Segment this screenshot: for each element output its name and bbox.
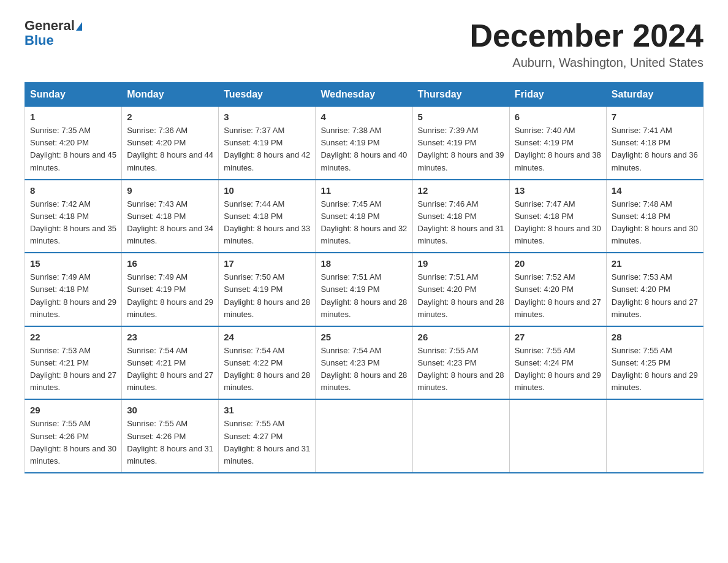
location-subtitle: Auburn, Washington, United States: [469, 56, 703, 70]
column-header-saturday: Saturday: [606, 83, 703, 107]
calendar-week-row: 1Sunrise: 7:35 AMSunset: 4:20 PMDaylight…: [25, 107, 703, 180]
day-number: 9: [127, 185, 213, 196]
calendar-week-row: 29Sunrise: 7:55 AMSunset: 4:26 PMDayligh…: [25, 399, 703, 473]
calendar-day-cell: 25Sunrise: 7:54 AMSunset: 4:23 PMDayligh…: [316, 326, 412, 400]
calendar-day-cell: 19Sunrise: 7:51 AMSunset: 4:20 PMDayligh…: [412, 253, 509, 326]
day-info: Sunrise: 7:53 AMSunset: 4:21 PMDaylight:…: [30, 345, 116, 394]
calendar-day-cell: 30Sunrise: 7:55 AMSunset: 4:26 PMDayligh…: [122, 399, 219, 473]
calendar-day-cell: 9Sunrise: 7:43 AMSunset: 4:18 PMDaylight…: [122, 180, 219, 253]
day-info: Sunrise: 7:43 AMSunset: 4:18 PMDaylight:…: [127, 198, 213, 248]
day-info: Sunrise: 7:54 AMSunset: 4:23 PMDaylight:…: [320, 345, 407, 394]
day-info: Sunrise: 7:55 AMSunset: 4:23 PMDaylight:…: [418, 345, 504, 394]
calendar-day-cell: 2Sunrise: 7:36 AMSunset: 4:20 PMDaylight…: [122, 107, 219, 180]
calendar-day-cell: 3Sunrise: 7:37 AMSunset: 4:19 PMDaylight…: [219, 107, 316, 180]
day-info: Sunrise: 7:41 AMSunset: 4:18 PMDaylight:…: [612, 124, 698, 174]
day-number: 26: [418, 332, 504, 342]
day-number: 15: [30, 258, 116, 269]
day-info: Sunrise: 7:55 AMSunset: 4:25 PMDaylight:…: [612, 345, 698, 394]
calendar-day-cell: 27Sunrise: 7:55 AMSunset: 4:24 PMDayligh…: [509, 326, 606, 400]
day-number: 1: [30, 112, 116, 122]
day-number: 29: [30, 405, 116, 415]
month-title: December 2024: [469, 18, 703, 53]
calendar-day-cell: 12Sunrise: 7:46 AMSunset: 4:18 PMDayligh…: [412, 180, 509, 253]
day-info: Sunrise: 7:51 AMSunset: 4:19 PMDaylight:…: [320, 271, 407, 321]
day-info: Sunrise: 7:36 AMSunset: 4:20 PMDaylight:…: [127, 124, 213, 174]
column-header-monday: Monday: [122, 83, 219, 107]
calendar-day-cell: 20Sunrise: 7:52 AMSunset: 4:20 PMDayligh…: [509, 253, 606, 326]
calendar-day-cell: 23Sunrise: 7:54 AMSunset: 4:21 PMDayligh…: [122, 326, 219, 400]
day-info: Sunrise: 7:49 AMSunset: 4:19 PMDaylight:…: [127, 271, 213, 321]
day-info: Sunrise: 7:46 AMSunset: 4:18 PMDaylight:…: [418, 198, 504, 248]
logo: General Blue: [25, 18, 82, 48]
day-number: 12: [418, 185, 504, 196]
day-info: Sunrise: 7:48 AMSunset: 4:18 PMDaylight:…: [612, 198, 698, 248]
day-number: 4: [320, 112, 407, 122]
calendar-day-cell: 16Sunrise: 7:49 AMSunset: 4:19 PMDayligh…: [122, 253, 219, 326]
day-number: 13: [515, 185, 601, 196]
day-number: 30: [127, 405, 213, 415]
day-number: 21: [612, 258, 698, 269]
day-info: Sunrise: 7:54 AMSunset: 4:21 PMDaylight:…: [127, 345, 213, 394]
page-header: General Blue December 2024 Auburn, Washi…: [25, 18, 703, 70]
day-number: 11: [320, 185, 407, 196]
day-info: Sunrise: 7:51 AMSunset: 4:20 PMDaylight:…: [418, 271, 504, 321]
column-header-sunday: Sunday: [25, 83, 122, 107]
day-info: Sunrise: 7:50 AMSunset: 4:19 PMDaylight:…: [224, 271, 310, 321]
day-info: Sunrise: 7:42 AMSunset: 4:18 PMDaylight:…: [30, 198, 116, 248]
logo-triangle-icon: [76, 22, 82, 31]
day-info: Sunrise: 7:52 AMSunset: 4:20 PMDaylight:…: [515, 271, 601, 321]
day-info: Sunrise: 7:45 AMSunset: 4:18 PMDaylight:…: [320, 198, 407, 248]
calendar-day-cell: 21Sunrise: 7:53 AMSunset: 4:20 PMDayligh…: [606, 253, 703, 326]
calendar-header-row: SundayMondayTuesdayWednesdayThursdayFrid…: [25, 83, 703, 107]
day-info: Sunrise: 7:38 AMSunset: 4:19 PMDaylight:…: [320, 124, 407, 174]
calendar-empty-cell: [606, 399, 703, 473]
calendar-day-cell: 26Sunrise: 7:55 AMSunset: 4:23 PMDayligh…: [412, 326, 509, 400]
calendar-day-cell: 29Sunrise: 7:55 AMSunset: 4:26 PMDayligh…: [25, 399, 122, 473]
day-number: 27: [515, 332, 601, 342]
day-number: 16: [127, 258, 213, 269]
title-block: December 2024 Auburn, Washington, United…: [469, 18, 703, 70]
day-info: Sunrise: 7:35 AMSunset: 4:20 PMDaylight:…: [30, 124, 116, 174]
day-number: 8: [30, 185, 116, 196]
calendar-day-cell: 22Sunrise: 7:53 AMSunset: 4:21 PMDayligh…: [25, 326, 122, 400]
calendar-day-cell: 8Sunrise: 7:42 AMSunset: 4:18 PMDaylight…: [25, 180, 122, 253]
calendar-day-cell: 24Sunrise: 7:54 AMSunset: 4:22 PMDayligh…: [219, 326, 316, 400]
logo-general-text: General: [25, 18, 75, 33]
day-number: 6: [515, 112, 601, 122]
day-info: Sunrise: 7:53 AMSunset: 4:20 PMDaylight:…: [612, 271, 698, 321]
day-info: Sunrise: 7:37 AMSunset: 4:19 PMDaylight:…: [224, 124, 310, 174]
day-number: 24: [224, 332, 310, 342]
day-info: Sunrise: 7:39 AMSunset: 4:19 PMDaylight:…: [418, 124, 504, 174]
calendar-week-row: 22Sunrise: 7:53 AMSunset: 4:21 PMDayligh…: [25, 326, 703, 400]
column-header-wednesday: Wednesday: [316, 83, 412, 107]
day-number: 20: [515, 258, 601, 269]
day-number: 18: [320, 258, 407, 269]
day-number: 2: [127, 112, 213, 122]
day-info: Sunrise: 7:55 AMSunset: 4:24 PMDaylight:…: [515, 345, 601, 394]
day-info: Sunrise: 7:54 AMSunset: 4:22 PMDaylight:…: [224, 345, 310, 394]
calendar-week-row: 8Sunrise: 7:42 AMSunset: 4:18 PMDaylight…: [25, 180, 703, 253]
day-info: Sunrise: 7:44 AMSunset: 4:18 PMDaylight:…: [224, 198, 310, 248]
column-header-thursday: Thursday: [412, 83, 509, 107]
day-number: 5: [418, 112, 504, 122]
day-info: Sunrise: 7:55 AMSunset: 4:26 PMDaylight:…: [30, 418, 116, 467]
day-number: 14: [612, 185, 698, 196]
day-info: Sunrise: 7:55 AMSunset: 4:27 PMDaylight:…: [224, 418, 310, 467]
day-number: 31: [224, 405, 310, 415]
calendar-day-cell: 1Sunrise: 7:35 AMSunset: 4:20 PMDaylight…: [25, 107, 122, 180]
day-number: 3: [224, 112, 310, 122]
calendar-day-cell: 4Sunrise: 7:38 AMSunset: 4:19 PMDaylight…: [316, 107, 412, 180]
day-number: 28: [612, 332, 698, 342]
calendar-day-cell: 28Sunrise: 7:55 AMSunset: 4:25 PMDayligh…: [606, 326, 703, 400]
calendar-day-cell: 31Sunrise: 7:55 AMSunset: 4:27 PMDayligh…: [219, 399, 316, 473]
day-number: 10: [224, 185, 310, 196]
day-info: Sunrise: 7:55 AMSunset: 4:26 PMDaylight:…: [127, 418, 213, 467]
calendar-table: SundayMondayTuesdayWednesdayThursdayFrid…: [25, 82, 703, 473]
column-header-tuesday: Tuesday: [219, 83, 316, 107]
day-number: 7: [612, 112, 698, 122]
day-info: Sunrise: 7:40 AMSunset: 4:19 PMDaylight:…: [515, 124, 601, 174]
calendar-day-cell: 6Sunrise: 7:40 AMSunset: 4:19 PMDaylight…: [509, 107, 606, 180]
calendar-day-cell: 7Sunrise: 7:41 AMSunset: 4:18 PMDaylight…: [606, 107, 703, 180]
day-number: 22: [30, 332, 116, 342]
day-number: 19: [418, 258, 504, 269]
